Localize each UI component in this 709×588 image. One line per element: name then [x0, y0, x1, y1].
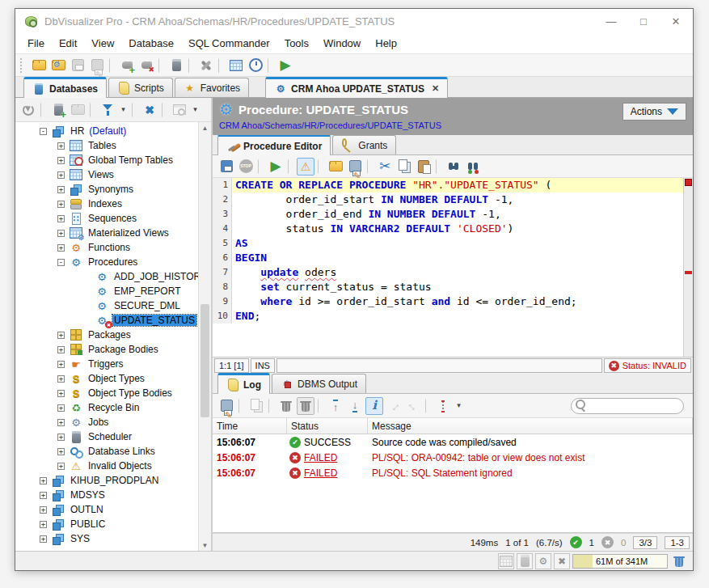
error-marker-icon[interactable]	[685, 271, 692, 274]
tree-expander[interactable]: +	[57, 375, 65, 383]
toolbar-separator[interactable]	[90, 103, 95, 117]
toolbar-separator[interactable]	[268, 399, 274, 413]
toolbar-separator[interactable]	[132, 103, 137, 117]
tree-expander[interactable]: +	[40, 477, 47, 484]
log-row[interactable]: 15:06:07 FAILED PL/SQL: ORA-00942: table…	[213, 450, 693, 465]
log-row[interactable]: 15:06:07 FAILED PL/SQL: SQL Statement ig…	[213, 465, 693, 480]
menu-item[interactable]: View	[84, 35, 121, 52]
toolbar-separator[interactable]	[238, 399, 244, 413]
tree-expander[interactable]: +	[57, 361, 65, 368]
minimize-button[interactable]: —	[606, 15, 617, 27]
toolbar-separator[interactable]	[162, 103, 167, 117]
show-errors-icon[interactable]: ⚠	[297, 158, 314, 176]
code-editor[interactable]: 1 CREATE OR REPLACE PROCEDURE "HR"."UPDA…	[213, 178, 693, 357]
column-options-icon[interactable]	[434, 397, 452, 415]
tree-item[interactable]: + KIHUB_PRODPLAN	[15, 473, 198, 488]
toolbar-separator[interactable]	[268, 58, 273, 73]
column-options-dropdown-icon[interactable]: ▾	[454, 397, 464, 415]
tree-expander[interactable]: +	[57, 157, 65, 164]
toolbar-separator[interactable]	[318, 159, 323, 174]
tree-item[interactable]: ⚙ SECURE_DML	[15, 298, 198, 313]
scrollbar-thumb[interactable]	[200, 304, 209, 418]
tree-scrollbar[interactable]: ▲ ▼	[198, 122, 211, 551]
maximize-button[interactable]: □	[638, 15, 649, 27]
tree-expander[interactable]	[83, 288, 91, 295]
find-replace-icon[interactable]	[464, 158, 482, 176]
search-dropdown-icon[interactable]: ▾	[190, 101, 200, 119]
menu-item[interactable]: Database	[121, 35, 181, 52]
database-server-icon[interactable]	[167, 57, 185, 74]
tree-item[interactable]: + Global Temp Tables	[15, 153, 198, 167]
collapse-all-icon[interactable]	[141, 101, 158, 119]
column-header[interactable]: Status	[287, 418, 368, 434]
open-file-icon[interactable]	[327, 158, 344, 176]
execute-icon[interactable]: ▶	[267, 158, 285, 176]
object-search-icon[interactable]	[171, 101, 188, 119]
save-procedure-icon[interactable]	[217, 158, 235, 176]
column-header[interactable]: Time	[213, 418, 287, 434]
close-button[interactable]: ✕	[670, 15, 682, 27]
collapse-all-icon[interactable]	[404, 397, 422, 415]
error-marker-icon[interactable]	[685, 179, 692, 186]
tree-item[interactable]: + Database Links	[15, 444, 198, 459]
connect-icon[interactable]	[118, 57, 136, 74]
tree-expander[interactable]: -	[57, 259, 65, 266]
code-line[interactable]: 10 END;	[213, 309, 683, 324]
disconnect-icon[interactable]	[137, 57, 155, 74]
tree-item[interactable]: + Indexes	[15, 197, 198, 211]
save-icon[interactable]	[69, 57, 87, 74]
code-line[interactable]: 1 CREATE OR REPLACE PROCEDURE "HR"."UPDA…	[213, 178, 683, 192]
create-folder-icon[interactable]	[69, 101, 87, 119]
tree-expander[interactable]: +	[57, 142, 65, 150]
tree-expander[interactable]	[83, 317, 91, 324]
menu-item[interactable]: Tools	[277, 35, 316, 52]
show-info-icon[interactable]	[365, 397, 383, 415]
tree-item[interactable]: + ⚙ Functions	[15, 240, 198, 255]
tree-item[interactable]: + Scheduler	[15, 429, 198, 444]
expand-all-icon[interactable]	[385, 397, 403, 415]
main-tab[interactable]: Databases	[23, 77, 107, 98]
tree-expander[interactable]: +	[57, 201, 65, 208]
tree-expander[interactable]: +	[57, 390, 65, 397]
open-file-settings-icon[interactable]	[49, 57, 67, 74]
log-tab[interactable]: ⚙ DBMS Output	[272, 374, 366, 393]
refresh-icon[interactable]	[19, 101, 37, 119]
tree-item[interactable]: + Synonyms	[15, 182, 198, 197]
tree-item[interactable]: + Packages	[15, 328, 198, 342]
copy-icon[interactable]	[395, 158, 413, 176]
close-tab-icon[interactable]: ✕	[432, 83, 439, 94]
tree-expander[interactable]: +	[57, 448, 65, 455]
open-file-icon[interactable]	[30, 57, 48, 74]
code-line[interactable]: 6 BEGIN	[213, 251, 683, 265]
code-line[interactable]: 8 set current_status = status	[213, 280, 683, 294]
tree-expander[interactable]: +	[57, 244, 65, 252]
code-line[interactable]: 3 order_id_end IN NUMBER DEFAULT -1,	[213, 207, 683, 222]
garbage-collect-icon[interactable]	[670, 552, 688, 570]
save-as-icon[interactable]	[346, 158, 364, 176]
toolbar-separator[interactable]	[109, 58, 115, 73]
code-line[interactable]: 7 update oders	[213, 265, 683, 280]
clock-icon[interactable]	[247, 57, 264, 74]
scroll-to-top-icon[interactable]	[327, 397, 344, 415]
log-row[interactable]: 15:06:07 SUCCESS Source code was compile…	[213, 434, 693, 450]
clear-log-icon[interactable]	[277, 397, 295, 415]
tree-expander[interactable]: +	[40, 492, 47, 499]
menu-item[interactable]: File	[20, 35, 52, 52]
tree-item[interactable]: + S Object Type Bodies	[15, 386, 198, 400]
tree-expander[interactable]: +	[40, 506, 47, 514]
menu-item[interactable]: Window	[316, 35, 368, 52]
toolbar-separator[interactable]	[188, 58, 194, 73]
object-subtab[interactable]: Procedure Editor	[217, 134, 331, 155]
export-log-icon[interactable]	[217, 397, 235, 415]
actions-button[interactable]: Actions	[622, 103, 686, 121]
main-tab[interactable]: Scripts	[108, 78, 173, 97]
tree-item[interactable]: + MDSYS	[15, 488, 198, 502]
toolbar-grip[interactable]	[20, 58, 24, 73]
tree-item[interactable]: + Sequences	[15, 211, 198, 226]
object-subtab[interactable]: Grants	[332, 135, 396, 154]
cut-icon[interactable]: ✂	[376, 158, 394, 176]
tree-expander[interactable]: +	[57, 346, 65, 353]
grid-icon[interactable]	[227, 57, 245, 74]
tree-expander[interactable]: +	[57, 230, 65, 237]
tree-item[interactable]: + S Object Types	[15, 371, 198, 386]
